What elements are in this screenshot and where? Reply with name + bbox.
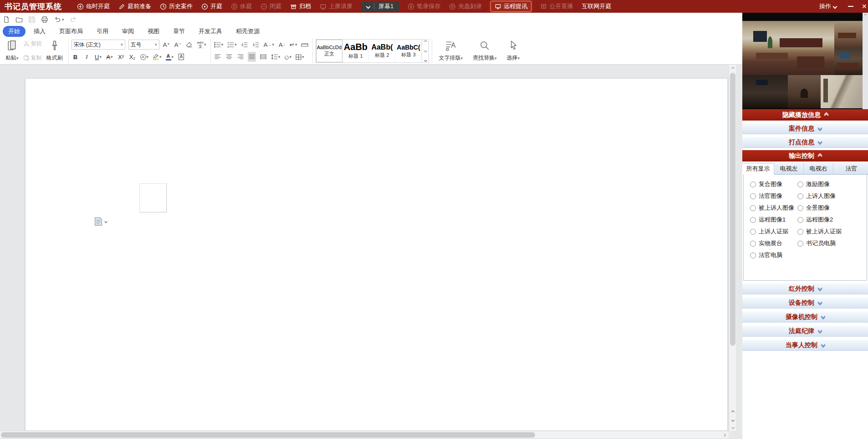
- panel-mark-info[interactable]: 打点信息: [742, 136, 868, 148]
- radio-appellant-image[interactable]: 上诉人图像: [797, 192, 867, 200]
- align-center-button[interactable]: [225, 52, 233, 62]
- next-page-button[interactable]: [729, 416, 736, 424]
- sort-button[interactable]: A↓: [278, 40, 286, 50]
- menu-open-court[interactable]: 开庭: [201, 1, 222, 12]
- menu-internet-court[interactable]: 互联网开庭: [582, 1, 611, 12]
- undo-button[interactable]: ▾: [54, 16, 64, 23]
- font-size-combo[interactable]: 五号▾: [128, 40, 159, 50]
- copy-button[interactable]: 复制: [23, 54, 42, 62]
- vertical-scrollbar[interactable]: [729, 65, 736, 431]
- paste-options-popup[interactable]: [94, 217, 107, 227]
- menu-temp-session[interactable]: 临时开庭: [77, 1, 110, 12]
- style-heading-1[interactable]: AaBb 标题 1: [342, 40, 369, 62]
- align-right-button[interactable]: [236, 52, 245, 62]
- paste-button[interactable]: 粘贴▾: [4, 39, 20, 63]
- menu-remote-interrogation[interactable]: 远程提讯: [490, 1, 531, 12]
- menu-pretrial-prep[interactable]: 庭前准备: [118, 1, 151, 12]
- scroll-up-button[interactable]: [729, 65, 736, 72]
- save-button[interactable]: [28, 16, 36, 23]
- previous-page-button[interactable]: [729, 408, 736, 415]
- style-heading-2[interactable]: AaBb( 标题 2: [369, 40, 395, 62]
- find-replace-button[interactable]: 查找替换▾: [469, 39, 500, 63]
- output-tab-all-displays[interactable]: 所有显示: [742, 163, 774, 175]
- font-color-button[interactable]: A▾: [165, 52, 174, 62]
- character-shading-button[interactable]: A: [177, 52, 185, 62]
- open-file-button[interactable]: [15, 16, 23, 23]
- output-tab-tv-left[interactable]: 电视左: [774, 163, 804, 175]
- redo-button[interactable]: [70, 16, 77, 23]
- borders-button[interactable]: ▾: [295, 52, 305, 62]
- radio-remote-image-2[interactable]: 远程图像2: [797, 216, 867, 224]
- radio-incentive-image[interactable]: 激励图像: [797, 180, 867, 188]
- panel-infrared-control[interactable]: 红外控制: [742, 283, 868, 294]
- tab-review[interactable]: 审阅: [117, 26, 139, 37]
- radio-judge-image[interactable]: 法官图像: [750, 192, 797, 200]
- tab-section[interactable]: 章节: [168, 26, 190, 37]
- phonetic-guide-button[interactable]: wén文▾: [197, 40, 207, 50]
- radio-appellee-evidence[interactable]: 被上诉人证据: [797, 227, 867, 236]
- panel-court-discipline[interactable]: 法庭纪律: [742, 325, 868, 337]
- distribute-text-button[interactable]: [259, 52, 267, 62]
- character-scale-button[interactable]: A↔▾: [263, 40, 275, 50]
- highlight-color-button[interactable]: ▾: [152, 52, 162, 62]
- tab-view[interactable]: 视图: [142, 26, 165, 37]
- decrease-indent-button[interactable]: [240, 40, 249, 50]
- italic-button[interactable]: I: [83, 52, 91, 62]
- align-justify-button[interactable]: [248, 52, 256, 62]
- style-normal[interactable]: AaBbCcDd 正文: [316, 40, 342, 62]
- superscript-button[interactable]: X²: [117, 52, 125, 62]
- menu-archive[interactable]: 归档: [290, 1, 311, 12]
- shrink-font-button[interactable]: A⁻: [174, 40, 182, 50]
- screen-select-dropdown[interactable]: 屏幕1: [361, 1, 399, 11]
- clear-format-button[interactable]: [185, 40, 194, 50]
- radio-panorama-image[interactable]: 全景图像: [797, 204, 867, 212]
- operate-menu[interactable]: 操作: [819, 1, 837, 12]
- select-button[interactable]: 选择▾: [503, 39, 524, 63]
- format-painter-button[interactable]: 格式刷: [45, 39, 65, 63]
- radio-composite-image[interactable]: 复合图像: [750, 180, 797, 188]
- radio-judge-computer[interactable]: 法官电脑: [750, 251, 797, 259]
- document-page[interactable]: [25, 78, 728, 431]
- radio-remote-image-1[interactable]: 远程图像1: [750, 216, 797, 224]
- grow-font-button[interactable]: A⁺: [163, 40, 171, 50]
- shading-button[interactable]: ◇▾: [284, 52, 292, 62]
- tab-page-layout[interactable]: 页面布局: [54, 26, 88, 37]
- tab-developer[interactable]: 开发工具: [193, 26, 228, 37]
- scroll-down-button[interactable]: [729, 424, 736, 431]
- video-scrollbar[interactable]: [863, 13, 868, 111]
- output-tab-tv-right[interactable]: 电视右: [804, 163, 833, 175]
- gallery-scroll-down-icon[interactable]: [424, 49, 427, 52]
- print-button[interactable]: [41, 16, 48, 23]
- close-button[interactable]: ✕: [862, 3, 868, 10]
- scroll-up-icon[interactable]: [864, 14, 867, 16]
- scroll-right-button[interactable]: [720, 431, 728, 439]
- tab-ruler-button[interactable]: [301, 40, 309, 50]
- line-spacing-button[interactable]: ▾: [271, 52, 281, 62]
- new-document-button[interactable]: [3, 16, 10, 23]
- tab-docer-resources[interactable]: 稻壳资源: [230, 26, 265, 37]
- panel-camera-control[interactable]: 摄像机控制: [742, 311, 868, 323]
- increase-indent-button[interactable]: [252, 40, 260, 50]
- tab-references[interactable]: 引用: [91, 26, 114, 37]
- panel-device-control[interactable]: 设备控制: [742, 297, 868, 308]
- panel-party-control[interactable]: 当事人控制: [742, 339, 868, 351]
- menu-history-cases[interactable]: 历史案件: [160, 1, 193, 12]
- font-family-combo[interactable]: 宋体 (正文)▾: [71, 40, 125, 50]
- tab-insert[interactable]: 插入: [28, 26, 51, 37]
- undo-caret-icon[interactable]: ▾: [62, 17, 64, 22]
- bullet-list-button[interactable]: ▾: [214, 40, 224, 50]
- radio-clerk-computer[interactable]: 书记员电脑: [797, 239, 867, 247]
- radio-object-presenter[interactable]: 实物展台: [750, 239, 797, 247]
- panel-output-control[interactable]: 输出控制: [742, 150, 868, 161]
- bold-button[interactable]: B: [71, 52, 80, 62]
- horizontal-scrollbar[interactable]: [0, 431, 729, 438]
- tab-home[interactable]: 开始: [3, 26, 26, 37]
- panel-hide-play-info[interactable]: 隐藏播放信息: [742, 109, 868, 121]
- minimize-button[interactable]: [848, 6, 853, 7]
- horizontal-scroll-thumb[interactable]: [1, 432, 535, 438]
- strikethrough-button[interactable]: A▾: [106, 52, 114, 62]
- gallery-more-icon[interactable]: [424, 58, 427, 61]
- output-tab-judge[interactable]: 法官: [833, 163, 868, 175]
- style-heading-3[interactable]: AaBbC( 标题 3: [395, 40, 422, 62]
- subscript-button[interactable]: X₂: [128, 52, 137, 62]
